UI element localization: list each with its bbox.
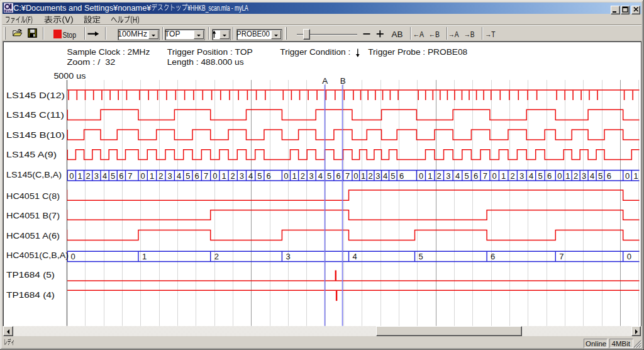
svg-text:2: 2 <box>510 171 514 181</box>
svg-text:5: 5 <box>257 171 262 181</box>
svg-text:5: 5 <box>111 171 115 181</box>
svg-text:2: 2 <box>86 171 91 181</box>
svg-text:Trigger Probe : PROBE08: Trigger Probe : PROBE08 <box>368 47 467 57</box>
svg-text:6: 6 <box>399 171 404 181</box>
svg-text:5: 5 <box>419 252 423 261</box>
svg-text:2: 2 <box>301 171 305 181</box>
svg-text:5: 5 <box>538 171 542 181</box>
svg-text:0: 0 <box>69 171 74 181</box>
svg-text:6: 6 <box>119 171 123 181</box>
svg-text:HC4051(C,B,A): HC4051(C,B,A) <box>6 251 69 260</box>
svg-text:5: 5 <box>598 171 602 181</box>
svg-text:Length : 488.000 us: Length : 488.000 us <box>167 57 245 67</box>
svg-text:→A: →A <box>448 30 459 39</box>
svg-text:HC4051 A(6): HC4051 A(6) <box>6 231 60 240</box>
svg-text:Stop: Stop <box>63 30 77 40</box>
svg-text:1: 1 <box>142 252 147 261</box>
svg-text:TP1684 (5): TP1684 (5) <box>6 270 55 279</box>
svg-text:3: 3 <box>519 171 524 181</box>
svg-text:5: 5 <box>327 171 331 181</box>
svg-text:←B: ←B <box>429 30 440 39</box>
svg-text:3: 3 <box>309 171 314 181</box>
svg-text:3: 3 <box>582 171 586 181</box>
svg-text:6: 6 <box>267 171 271 181</box>
svg-text:6: 6 <box>195 171 199 181</box>
svg-text:→B: →B <box>464 30 475 39</box>
svg-text:0: 0 <box>284 171 288 181</box>
svg-text:A: A <box>322 76 328 86</box>
svg-text:1: 1 <box>221 171 226 181</box>
svg-text:6: 6 <box>547 171 552 181</box>
svg-text:0: 0 <box>353 171 358 181</box>
svg-text:←A: ←A <box>413 30 425 39</box>
svg-text:0: 0 <box>71 252 75 261</box>
svg-text:LS145(C,B,A): LS145(C,B,A) <box>6 170 62 179</box>
svg-text:4: 4 <box>383 171 387 181</box>
svg-text:1: 1 <box>150 171 154 181</box>
svg-text:HC4051 B(7): HC4051 B(7) <box>6 211 60 220</box>
svg-text:B: B <box>340 76 346 86</box>
svg-text:2: 2 <box>437 171 441 181</box>
svg-text:Zoom : / 32: Zoom : / 32 <box>67 57 115 67</box>
svg-text:4: 4 <box>248 171 253 181</box>
svg-text:4: 4 <box>590 171 594 181</box>
svg-text:6: 6 <box>607 171 611 181</box>
svg-text:4: 4 <box>353 252 357 261</box>
svg-text:4: 4 <box>318 171 323 181</box>
svg-text:100MHz: 100MHz <box>118 30 147 38</box>
svg-text:7: 7 <box>559 252 564 261</box>
svg-text:2: 2 <box>214 252 219 261</box>
svg-text:5: 5 <box>464 171 469 181</box>
svg-text:1: 1 <box>501 171 506 181</box>
svg-text:3: 3 <box>446 171 450 181</box>
svg-text:0: 0 <box>627 252 631 261</box>
svg-text:5: 5 <box>186 171 190 181</box>
svg-text:4MBit: 4MBit <box>612 340 631 347</box>
svg-text:7: 7 <box>204 171 208 181</box>
svg-text:1: 1 <box>633 171 638 181</box>
svg-text:4: 4 <box>177 171 181 181</box>
svg-text:LS145 C(11): LS145 C(11) <box>6 110 64 120</box>
svg-text:LS145 B(10): LS145 B(10) <box>6 130 65 140</box>
svg-text:Sample Clock : 2MHz: Sample Clock : 2MHz <box>67 47 150 57</box>
svg-text:0: 0 <box>419 171 423 181</box>
svg-text:3: 3 <box>94 171 99 181</box>
svg-text:4: 4 <box>529 171 533 181</box>
svg-text:3: 3 <box>286 252 290 261</box>
svg-text:0: 0 <box>141 171 145 181</box>
svg-text:4: 4 <box>455 171 460 181</box>
svg-text:LS145 D(12): LS145 D(12) <box>6 91 65 100</box>
svg-text:HC4051 C(8): HC4051 C(8) <box>6 191 60 201</box>
svg-text:3: 3 <box>168 171 172 181</box>
svg-text:4: 4 <box>103 171 107 181</box>
svg-text:7: 7 <box>345 171 350 181</box>
svg-text:¥HHKB_scan.mla - myLA: ¥HHKB_scan.mla - myLA <box>187 4 249 13</box>
svg-text:3: 3 <box>375 171 380 181</box>
svg-text:TOP: TOP <box>165 30 180 38</box>
svg-text:7: 7 <box>483 171 487 181</box>
svg-text:→T: →T <box>485 30 496 39</box>
svg-text:7: 7 <box>128 171 132 181</box>
svg-text:2: 2 <box>574 171 578 181</box>
svg-text:3: 3 <box>240 171 244 181</box>
svg-text:6: 6 <box>336 171 340 181</box>
svg-text:2: 2 <box>368 171 372 181</box>
svg-text:1: 1 <box>361 171 365 181</box>
svg-text:1: 1 <box>565 171 570 181</box>
svg-text:2: 2 <box>158 171 163 181</box>
svg-text:1: 1 <box>428 171 432 181</box>
svg-text:5000 us: 5000 us <box>53 71 86 81</box>
svg-text:0: 0 <box>492 171 496 181</box>
svg-text:2: 2 <box>231 171 235 181</box>
svg-text:6: 6 <box>474 171 478 181</box>
svg-text:AB: AB <box>392 30 403 39</box>
svg-text:LS145 A(9): LS145 A(9) <box>6 150 57 159</box>
svg-text:0: 0 <box>213 171 217 181</box>
svg-text:C:¥Documents and Settings¥nona: C:¥Documents and Settings¥noname¥ <box>13 4 151 13</box>
svg-text:TP1684 (4): TP1684 (4) <box>6 290 55 300</box>
svg-text:6: 6 <box>491 252 495 261</box>
svg-text:Trigger Position : TOP: Trigger Position : TOP <box>167 47 253 57</box>
svg-text:5: 5 <box>391 171 395 181</box>
svg-text:1: 1 <box>292 171 296 181</box>
svg-text:Trigger Condition :: Trigger Condition : <box>280 47 350 57</box>
